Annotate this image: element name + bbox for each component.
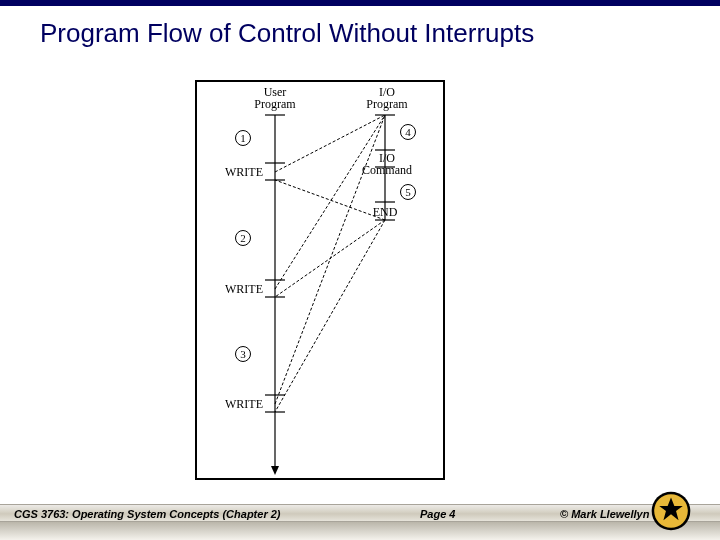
footer-gradient-bottom [0,522,720,540]
step-2-icon: 2 [235,230,251,246]
ucf-logo-icon [650,490,692,532]
step-5-icon: 5 [400,184,416,200]
write-label-1: WRITE [225,166,263,178]
write-label-2: WRITE [225,283,263,295]
diagram-svg [195,80,445,480]
step-3-icon: 3 [235,346,251,362]
svg-line-17 [275,115,385,289]
footer-course: CGS 3763: Operating System Concepts (Cha… [14,508,281,520]
io-command-label: I/O Command [361,152,413,176]
user-program-label: User Program [253,86,297,110]
end-label: END [370,206,400,218]
footer-page: Page 4 [420,508,455,520]
step-1-icon: 1 [235,130,251,146]
svg-line-16 [275,180,385,220]
svg-line-20 [275,220,385,412]
svg-marker-1 [271,466,279,475]
slide-title: Program Flow of Control Without Interrup… [0,6,720,49]
flow-diagram: User Program I/O Program I/O Command END… [195,80,445,480]
write-label-3: WRITE [225,398,263,410]
footer-author: © Mark Llewellyn [560,508,649,520]
footer: CGS 3763: Operating System Concepts (Cha… [0,498,720,540]
io-program-label: I/O Program [365,86,409,110]
step-4-icon: 4 [400,124,416,140]
